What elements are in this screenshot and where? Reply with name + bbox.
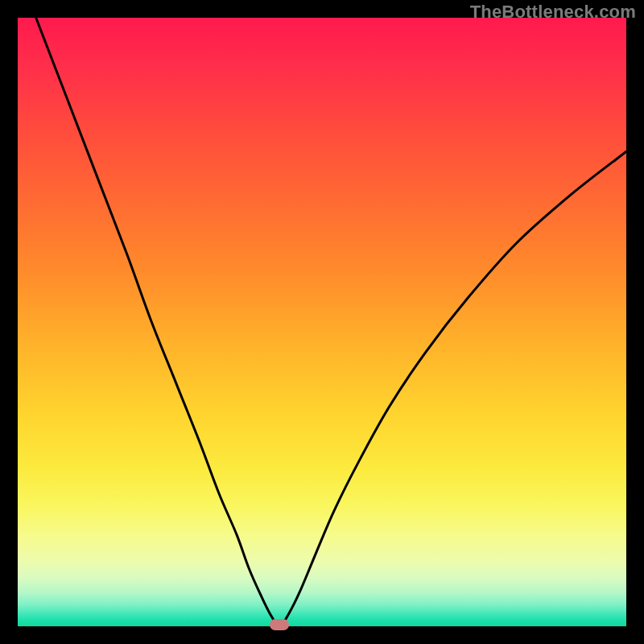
chart-frame bbox=[18, 18, 626, 626]
optimal-point-marker bbox=[270, 619, 289, 630]
plot-area bbox=[18, 18, 626, 626]
bottleneck-curve bbox=[18, 18, 626, 626]
